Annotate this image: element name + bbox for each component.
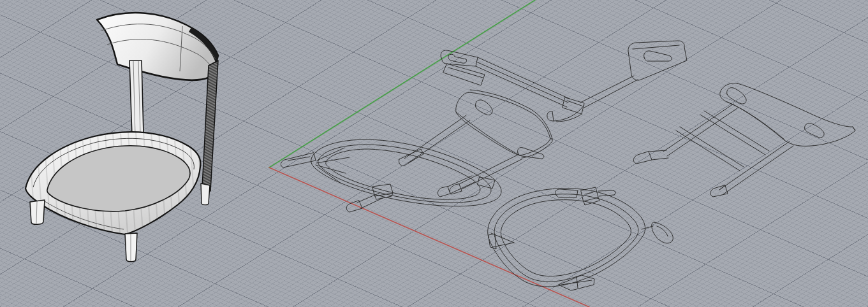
side-stile <box>202 61 218 191</box>
panel-right-slot-1 <box>727 88 747 104</box>
plate-slot <box>644 51 672 61</box>
stile-foot <box>201 183 210 205</box>
panel-outline-right <box>720 83 855 146</box>
rim-outer <box>488 189 645 287</box>
plate-outline <box>628 41 687 80</box>
panel-slot-top <box>475 100 492 115</box>
stile-front <box>399 115 470 166</box>
object-backrest-with-stiles[interactable] <box>399 90 552 197</box>
rim-gusset-bottom <box>559 275 594 290</box>
world-axes <box>269 0 589 307</box>
object-chair-assembled[interactable] <box>26 13 218 262</box>
ladder-rung-2 <box>700 111 769 155</box>
stile-rear <box>438 155 522 197</box>
front-leg <box>125 233 137 262</box>
rail-collar <box>563 97 584 114</box>
object-backrest-ladder[interactable] <box>633 83 855 197</box>
viewport <box>0 0 868 307</box>
rail-bars <box>476 57 570 107</box>
panel-right-slot-2 <box>805 124 825 138</box>
back-post <box>129 61 143 136</box>
object-rail-with-tab[interactable] <box>441 50 584 122</box>
rail-end-blade <box>547 105 584 122</box>
object-plate-with-rail[interactable] <box>580 41 687 108</box>
backrest-band <box>97 13 218 80</box>
object-seat-frame-ring[interactable] <box>281 139 501 212</box>
left-leg <box>30 200 45 224</box>
ladder-foot-2 <box>710 185 728 197</box>
rail-paddle-outline <box>441 50 478 66</box>
rail-paddle-slot <box>448 54 467 63</box>
rim-spade-tab <box>555 189 578 197</box>
object-seat-rim-ring[interactable] <box>488 187 673 290</box>
rim-inner-1 <box>494 194 638 282</box>
rim-hook <box>642 222 673 243</box>
ladder-foot-1 <box>633 150 668 164</box>
ring-left-paddle <box>281 153 316 168</box>
ring-inner-2 <box>326 149 480 199</box>
plate-rail <box>580 76 638 108</box>
ring-right-clamp <box>478 177 495 189</box>
ring-tip-fan <box>316 148 349 183</box>
rail-tab <box>443 64 485 85</box>
panel-slot-bottom <box>517 148 543 159</box>
panel-right-thickness <box>727 102 855 139</box>
viewport-canvas[interactable] <box>0 0 868 307</box>
ladder-rung-1 <box>676 127 744 171</box>
ladder-rail-1 <box>663 104 737 156</box>
